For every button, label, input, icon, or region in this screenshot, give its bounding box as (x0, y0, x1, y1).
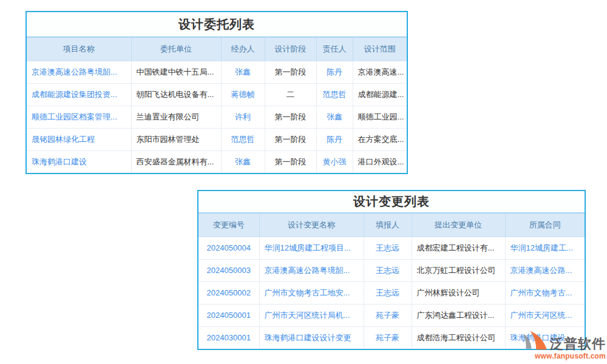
change-no-link[interactable]: 2024050002 (198, 281, 259, 304)
col-header-change-no: 变更编号 (198, 214, 259, 237)
header-row: 项目名称 委托单位 经办人 设计阶段 责任人 设计范围 (27, 38, 407, 61)
commission-unit-cell: 兰迪置业有限公司 (131, 106, 221, 128)
change-unit-cell: 成都浩海工程设计公司 (412, 326, 505, 349)
contract-link[interactable]: 广州市天河区统... (505, 304, 585, 326)
design-scope-cell: 京港澳高速... (353, 61, 407, 83)
table-row: 顺德工业园区档案管理... 兰迪置业有限公司 许利 第一阶段 张鑫 顺德工业园.… (27, 106, 407, 128)
design-phase-cell: 第一阶段 (265, 106, 316, 128)
project-name-link[interactable]: 珠海鹤港口建设 (27, 150, 131, 173)
table-row: 2024050002 广州市文物考古工地安... 王志远 广州林辉设计公司 广州… (198, 281, 585, 304)
change-unit-cell: 广州林辉设计公司 (412, 281, 505, 304)
design-scope-cell: 顺德工业园... (353, 106, 407, 128)
table-row: 2024050004 华润12城房建工程项目... 王志远 成都宏建工程设计有.… (198, 237, 585, 259)
change-name-link[interactable]: 华润12城房建工程项目... (259, 237, 364, 259)
owner-link[interactable]: 范思哲 (316, 83, 353, 106)
reporter-link[interactable]: 王志远 (364, 259, 412, 281)
handler-link[interactable]: 范思哲 (221, 128, 265, 150)
project-name-link[interactable]: 顺德工业园区档案管理... (27, 106, 131, 128)
design-commission-table: 项目名称 委托单位 经办人 设计阶段 责任人 设计范围 京港澳高速公路粤境韶..… (27, 38, 407, 173)
change-name-link[interactable]: 珠海鹤港口建设设计变更 (259, 326, 364, 349)
col-header-design-phase: 设计阶段 (265, 38, 316, 61)
contract-link[interactable]: 华润12城房建工... (505, 237, 585, 259)
table-row: 京港澳高速公路粤境韶... 中国铁建中铁十五局... 张鑫 第一阶段 陈丹 京港… (27, 61, 407, 83)
table-row: 成都能源建设集团投资... 朝阳飞达机电设备有... 蒋德帧 二 范思哲 成都能… (27, 83, 407, 106)
change-name-link[interactable]: 广州市文物考古工地安... (259, 281, 364, 304)
reporter-link[interactable]: 苑子豪 (364, 304, 412, 326)
page: 设计委托列表 项目名称 委托单位 经办人 设计阶段 责任人 设计范围 京港澳高速… (0, 0, 607, 364)
design-scope-cell: 成都能源建... (353, 83, 407, 106)
header-row: 变更编号 设计变更名称 填报人 提出变更单位 所属合同 (198, 214, 585, 237)
commission-unit-cell: 朝阳飞达机电设备有... (131, 83, 221, 106)
col-header-owner: 责任人 (316, 38, 353, 61)
design-commission-title: 设计委托列表 (27, 12, 407, 38)
commission-unit-cell: 西安盛器金属材料有... (131, 150, 221, 173)
change-unit-cell: 成都宏建工程设计有... (412, 237, 505, 259)
design-scope-cell: 在方案交底... (353, 128, 407, 150)
design-phase-cell: 第一阶段 (265, 128, 316, 150)
reporter-link[interactable]: 王志远 (364, 281, 412, 304)
owner-link[interactable]: 陈丹 (316, 61, 353, 83)
col-header-commission-unit: 委托单位 (131, 38, 221, 61)
col-header-project-name: 项目名称 (27, 38, 131, 61)
project-name-link[interactable]: 京港澳高速公路粤境韶... (27, 61, 131, 83)
handler-link[interactable]: 张鑫 (221, 150, 265, 173)
project-name-link[interactable]: 成都能源建设集团投资... (27, 83, 131, 106)
change-no-link[interactable]: 2024030001 (198, 326, 259, 349)
design-change-title: 设计变更列表 (198, 191, 585, 214)
handler-link[interactable]: 许利 (221, 106, 265, 128)
design-change-table: 变更编号 设计变更名称 填报人 提出变更单位 所属合同 2024050004 华… (198, 214, 585, 349)
commission-unit-cell: 东阳市园林管理处 (131, 128, 221, 150)
change-unit-cell: 北京万虹工程设计公司 (412, 259, 505, 281)
col-header-design-scope: 设计范围 (353, 38, 407, 61)
col-header-handler: 经办人 (221, 38, 265, 61)
change-name-link[interactable]: 广州市天河区统计局机... (259, 304, 364, 326)
table-row: 2024050003 京港澳高速公路粤境韶... 王志远 北京万虹工程设计公司 … (198, 259, 585, 281)
col-header-contract: 所属合同 (505, 214, 585, 237)
owner-link[interactable]: 陈丹 (316, 128, 353, 150)
table-row: 2024050001 广州市天河区统计局机... 苑子豪 广东鸿达鑫工程设计..… (198, 304, 585, 326)
design-commission-panel: 设计委托列表 项目名称 委托单位 经办人 设计阶段 责任人 设计范围 京港澳高速… (25, 11, 408, 174)
col-header-reporter: 填报人 (364, 214, 412, 237)
col-header-change-unit: 提出变更单位 (412, 214, 505, 237)
change-no-link[interactable]: 2024050004 (198, 237, 259, 259)
reporter-link[interactable]: 苑子豪 (364, 326, 412, 349)
design-phase-cell: 第一阶段 (265, 61, 316, 83)
contract-link[interactable]: 京港澳高速公路... (505, 259, 585, 281)
design-phase-cell: 第一阶段 (265, 150, 316, 173)
brand-url: www.fanpusoft.com (520, 352, 606, 360)
design-change-panel: 设计变更列表 变更编号 设计变更名称 填报人 提出变更单位 所属合同 20240… (197, 190, 586, 350)
change-unit-cell: 广东鸿达鑫工程设计... (412, 304, 505, 326)
handler-link[interactable]: 蒋德帧 (221, 83, 265, 106)
table-row: 2024030001 珠海鹤港口建设设计变更 苑子豪 成都浩海工程设计公司 珠海… (198, 326, 585, 349)
owner-link[interactable]: 黄小强 (316, 150, 353, 173)
table-row: 珠海鹤港口建设 西安盛器金属材料有... 张鑫 第一阶段 黄小强 港口外观设..… (27, 150, 407, 173)
col-header-change-name: 设计变更名称 (259, 214, 364, 237)
commission-unit-cell: 中国铁建中铁十五局... (131, 61, 221, 83)
change-no-link[interactable]: 2024050001 (198, 304, 259, 326)
project-name-link[interactable]: 晟铭园林绿化工程 (27, 128, 131, 150)
table-row: 晟铭园林绿化工程 东阳市园林管理处 范思哲 第一阶段 陈丹 在方案交底... (27, 128, 407, 150)
contract-link[interactable]: 珠海鹤港口建设 (505, 326, 585, 349)
design-phase-cell: 二 (265, 83, 316, 106)
handler-link[interactable]: 张鑫 (221, 61, 265, 83)
change-name-link[interactable]: 京港澳高速公路粤境韶... (259, 259, 364, 281)
contract-link[interactable]: 广州市文物考古... (505, 281, 585, 304)
change-no-link[interactable]: 2024050003 (198, 259, 259, 281)
reporter-link[interactable]: 王志远 (364, 237, 412, 259)
design-scope-cell: 港口外观设... (353, 150, 407, 173)
owner-link[interactable]: 张鑫 (316, 106, 353, 128)
